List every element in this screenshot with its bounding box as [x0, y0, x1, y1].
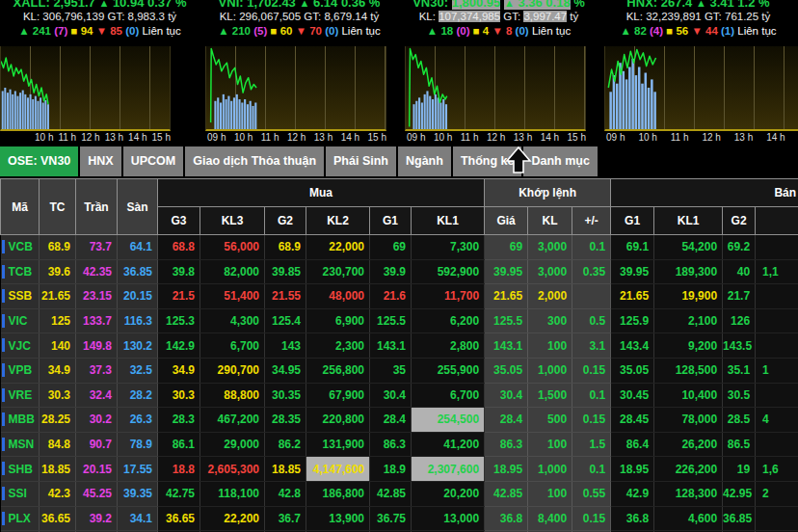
- reference-price-cell: 140: [40, 333, 76, 359]
- time-tick-label: 10 h: [638, 132, 656, 143]
- matched-price-cell: 143.1: [485, 333, 528, 359]
- floor-count: (0): [325, 25, 338, 37]
- ask-price-1-cell: 143.4: [611, 333, 654, 359]
- ask-price-2-cell: 40: [723, 259, 756, 284]
- ask-vol-2-cell: [756, 506, 798, 531]
- price-change-cell: 0.1: [572, 383, 611, 408]
- time-tick-label: 15 h: [368, 132, 386, 143]
- bid-price-2-cell: 34.95: [265, 358, 306, 383]
- matched-price-cell: 30.4: [485, 383, 528, 408]
- floor-count: (0): [125, 25, 139, 37]
- ask-vol-2-cell: [756, 235, 798, 260]
- index-summary: VNI: 1,702.43 ▲ 6.14 0.36 %: [200, 0, 399, 10]
- pct-sign: %: [175, 0, 187, 10]
- bid-vol-2-cell: 186,800: [306, 481, 370, 506]
- symbol-cell[interactable]: SSB: [1, 284, 40, 309]
- ceiling-price-cell: 39.2: [76, 506, 118, 531]
- time-tick-label: 15 h: [568, 132, 586, 143]
- tab-ph-i-sinh[interactable]: Phái Sinh: [326, 146, 396, 176]
- up-arrow-icon: ▲: [504, 0, 515, 9]
- ask-vol-2-cell: [756, 432, 798, 457]
- symbol-cell[interactable]: VCB: [1, 235, 40, 260]
- bid-price-2-cell: 86.2: [265, 432, 306, 457]
- price-change-cell: 0.15: [572, 506, 611, 531]
- total-volume: 306,796,139: [42, 11, 104, 22]
- ceiling-price-cell: 45.25: [76, 481, 118, 506]
- col-header-ask-g2: G2: [723, 207, 756, 235]
- bid-vol-3-cell: 467,200: [200, 408, 265, 433]
- bid-price-3-cell: 36.65: [158, 506, 200, 531]
- matched-vol-cell: 8,400: [528, 506, 572, 531]
- price-change-cell: 0.35: [572, 259, 611, 284]
- tab-upcom[interactable]: UPCOM: [123, 146, 184, 176]
- index-volume-line: KL: 296,067,505 GT: 8,679.14 tỷ: [200, 11, 399, 22]
- decliners: ▼ 8: [492, 25, 512, 37]
- bid-price-3-cell: 28.3: [158, 408, 200, 433]
- ask-price-1-cell: 30.45: [611, 383, 654, 408]
- cursor-up-arrow-icon: [502, 145, 535, 177]
- bid-vol-1-cell: 6,200: [412, 308, 485, 333]
- price-board: Mã TC Trần Sàn Mua Khớp lệnh Bán G3 KL3 …: [0, 178, 798, 532]
- ask-price-1-cell: 21.65: [611, 284, 654, 309]
- symbol-cell[interactable]: SSI: [1, 481, 40, 506]
- bid-vol-2-cell: 22,000: [306, 235, 370, 260]
- index-value: 2,951.7: [53, 0, 94, 10]
- bid-price-3-cell: 21.5: [158, 284, 200, 309]
- ask-vol-1-cell: 128,300: [654, 481, 723, 506]
- decliners: ▼ 70: [296, 25, 322, 37]
- bid-price-3-cell: 125.3: [158, 308, 200, 333]
- unchanged-count: ■ 4: [473, 25, 490, 37]
- floor-price-cell: 20.15: [118, 284, 158, 309]
- symbol-cell[interactable]: MSN: [1, 432, 40, 457]
- matched-price-cell: 86.3: [485, 432, 528, 457]
- time-tick-label: 13 h: [105, 132, 123, 143]
- price-change-cell: [572, 284, 611, 309]
- bid-price-1-cell: 35: [370, 358, 412, 383]
- matched-vol-cell: 1,000: [528, 457, 572, 482]
- chart-time-axis: 10 h11 h12 h13 h14 h15 h: [35, 132, 171, 143]
- ceiling-count: (5): [253, 25, 267, 37]
- index-name: XALL:: [13, 0, 49, 10]
- tab-hnx[interactable]: HNX: [80, 146, 120, 176]
- symbol-cell[interactable]: VJC: [1, 333, 40, 359]
- time-tick-label: 11 h: [261, 132, 279, 143]
- symbol-cell[interactable]: VRE: [1, 383, 40, 408]
- symbol-cell[interactable]: VIC: [1, 308, 40, 333]
- symbol-cell[interactable]: SHB: [1, 457, 40, 482]
- tab-giao-d-ch-th-a-thu-n[interactable]: Giao dịch Thỏa thuận: [185, 146, 324, 176]
- row-TCB: TCB39.642.3536.8539.882,00039.85230,7003…: [1, 259, 798, 284]
- ask-vol-1-cell: 78,000: [654, 408, 723, 433]
- total-volume: 107,374,985: [439, 11, 500, 22]
- symbol-cell[interactable]: TCB: [1, 259, 40, 284]
- floor-price-cell: 34.1: [118, 506, 158, 531]
- symbol-cell[interactable]: MBB: [1, 408, 40, 433]
- tab-ose-vn30[interactable]: OSE: VN30: [0, 146, 78, 176]
- symbol-cell[interactable]: PLX: [1, 506, 40, 531]
- total-value: 8,679.14: [324, 11, 367, 22]
- floor-price-cell: 78.9: [118, 432, 158, 457]
- ceiling-price-cell: 133.7: [76, 308, 118, 333]
- intraday-chart: [0, 46, 171, 131]
- bid-price-1-cell: 36.75: [370, 506, 412, 531]
- ask-vol-2-cell: [756, 284, 798, 309]
- matched-price-cell: 69: [485, 235, 528, 260]
- bid-price-3-cell: 142.9: [158, 333, 200, 359]
- price-table: Mã TC Trần Sàn Mua Khớp lệnh Bán G3 KL3 …: [0, 178, 798, 532]
- ask-price-2-cell: 19: [723, 457, 756, 482]
- index-summary: XALL: 2,951.7 ▲ 10.94 0.37 %: [0, 0, 200, 10]
- col-header-ceiling: Trần: [76, 179, 118, 235]
- tab-ng-nh[interactable]: Ngành: [398, 146, 451, 176]
- bid-price-1-cell: 125.5: [370, 308, 412, 333]
- floor-price-cell: 17.55: [118, 457, 158, 482]
- bid-price-1-cell: 86.3: [370, 432, 412, 457]
- symbol-cell[interactable]: VPB: [1, 358, 40, 383]
- ask-vol-2-cell: [756, 333, 798, 359]
- bid-price-1-cell: 69: [370, 235, 412, 260]
- reference-price-cell: 30.3: [40, 383, 76, 408]
- ask-vol-1-cell: 10,400: [654, 383, 723, 408]
- ask-vol-2-cell: [756, 383, 798, 408]
- bid-vol-2-cell: 2,300: [306, 333, 370, 359]
- time-tick-label: 14 h: [766, 132, 785, 143]
- ask-price-1-cell: 28.45: [611, 408, 654, 433]
- session-status: Liên tục: [142, 25, 180, 37]
